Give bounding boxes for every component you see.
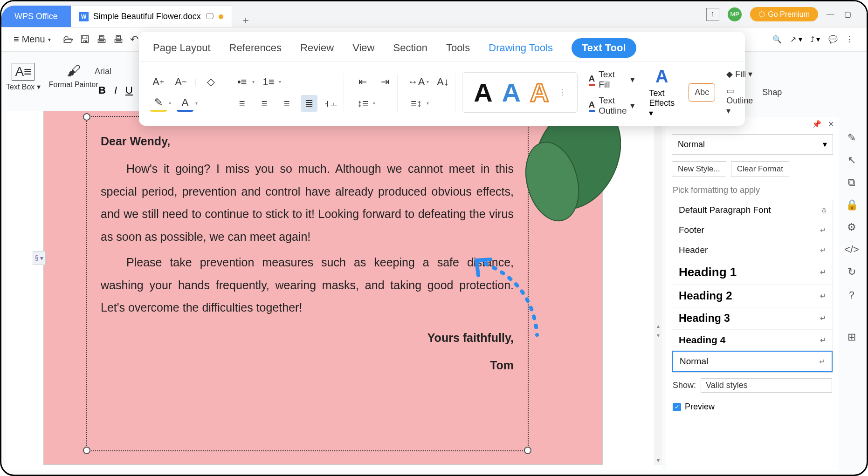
align-justify-icon[interactable]: ≣ [301,95,317,112]
show-styles-select[interactable]: Valid styles [701,378,832,393]
font-selector[interactable]: Arial [95,67,111,76]
line-spacing-icon[interactable]: ↕≡ [354,95,371,112]
doc-icon: W [79,12,89,21]
align-right-icon[interactable]: ≡ [278,95,295,112]
char-spacing-icon[interactable]: ↔A [408,74,425,90]
text-direction-icon[interactable]: A↓ [434,74,451,90]
style-heading-3[interactable]: Heading 3↵ [672,307,833,330]
lock-icon[interactable]: 🔒 [846,199,858,211]
style-footer[interactable]: Footer↵ [672,220,833,240]
align-left-icon[interactable]: ≡ [234,95,250,112]
bullets-icon[interactable]: •≡ [234,74,250,90]
help-icon[interactable]: ？ [847,288,857,302]
decrease-font-icon[interactable]: A− [172,74,189,90]
wordart-more-icon[interactable]: ⋮ [558,88,566,97]
tab-drawing-tools[interactable]: Drawing Tools [489,42,553,54]
text-box-button[interactable]: A≡ Text Box ▾ [6,63,41,91]
pin-icon[interactable]: 📌 [812,120,821,129]
style-heading-2[interactable]: Heading 2↵ [672,285,833,307]
increase-font-icon[interactable]: A+ [150,74,167,90]
font-color-icon[interactable]: A [177,95,193,112]
window-count-badge[interactable]: 1 [706,8,719,21]
shape-outline-button[interactable]: ▭ Outline ▾ [726,86,753,116]
layers-icon[interactable]: ⧉ [848,177,855,189]
current-style-select[interactable]: Normal ▾ [672,134,833,155]
tab-tools[interactable]: Tools [446,42,470,54]
resize-handle[interactable] [83,113,90,121]
resize-handle[interactable] [524,447,531,454]
distributed-icon[interactable]: ⫞⫠ [323,95,340,112]
paragraph-icon[interactable]: ≡↕ [408,95,425,112]
clear-format-icon[interactable]: ◇ [202,74,219,90]
decrease-indent-icon[interactable]: ⇤ [354,74,371,90]
tab-page-layout[interactable]: Page Layout [153,42,211,54]
undo-icon[interactable]: ↶ [130,34,138,46]
tab-references[interactable]: References [229,42,282,54]
bold-button[interactable]: B [98,84,106,96]
grid-icon[interactable]: ⊞ [847,331,856,343]
doc-tab[interactable]: W Simple Beautiful Flower.docx 🖵 [71,6,232,27]
vertical-scrollbar[interactable]: ▲ ▴ ▾ ▼ [654,118,662,465]
highlight-icon[interactable]: ✎ [150,95,167,112]
export-icon[interactable]: ⤴ ▾ [811,35,820,44]
avatar[interactable]: MP [728,7,742,21]
shape-effects-button[interactable]: Shap [759,88,782,97]
preview-checkbox[interactable]: ✓ [673,403,681,411]
format-painter-button[interactable]: 🖌 Format Painter [49,63,98,89]
code-icon[interactable]: </> [844,244,859,256]
scroll-thumb-down[interactable]: ▾ [654,332,662,340]
style-header[interactable]: Header↵ [672,240,833,260]
text-effects-button[interactable]: A Text Effects ▾ [641,67,682,118]
align-center-icon[interactable]: ≡ [256,95,273,112]
cursor-icon[interactable]: ↖ [847,154,856,166]
save-icon[interactable]: 🖫 [80,34,90,46]
maximize-button[interactable]: ▢ [844,10,854,19]
resize-handle[interactable] [83,447,90,454]
style-normal[interactable]: Normal↵ [672,351,833,372]
document-canvas[interactable]: § ▾ Dear Wendy, How's it going? I miss y… [6,111,661,470]
presentation-icon[interactable]: 🖵 [206,12,214,21]
close-panel-icon[interactable]: ✕ [828,120,834,129]
letter-body[interactable]: Dear Wendy, How's it going? I miss you s… [87,117,528,390]
more-icon[interactable]: ⋮ [846,35,854,44]
shape-style[interactable]: Abc [689,83,715,102]
underline-button[interactable]: U [125,84,133,96]
scroll-thumb-up[interactable]: ▴ [654,323,662,331]
tab-section[interactable]: Section [393,42,427,54]
text-frame[interactable]: Dear Wendy, How's it going? I miss you s… [86,116,529,451]
go-premium-button[interactable]: ⬡ Go Premium [750,7,818,21]
text-outline-button[interactable]: A Text Outline ▾ [589,95,635,116]
shape-fill-button[interactable]: ◆ Fill ▾ [726,69,753,79]
tab-text-tool[interactable]: Text Tool [572,38,636,58]
style-heading-4[interactable]: Heading 4↵ [672,330,833,351]
menu-button[interactable]: ≡ Menu ▾ [6,34,58,45]
wordart-gallery[interactable]: A A A ⋮ [462,72,577,113]
style-heading-1[interactable]: Heading 1↵ [672,260,833,285]
search-icon[interactable]: 🔍 [772,35,782,44]
print-preview-icon[interactable]: 🖶 [113,34,124,46]
increase-indent-icon[interactable]: ⇥ [377,74,393,90]
page-tag-icon[interactable]: § ▾ [33,251,46,265]
new-style-button[interactable]: New Style... [672,161,726,177]
wordart-style-3[interactable]: A [530,77,549,108]
open-icon[interactable]: 🗁 [63,34,73,46]
italic-button[interactable]: I [114,84,117,96]
text-fill-button[interactable]: A Text Fill ▾ [589,69,635,90]
minimize-button[interactable]: — [827,10,836,19]
comment-icon[interactable]: 💬 [828,35,838,44]
app-tab[interactable]: WPS Office [1,6,71,27]
scroll-down-icon[interactable]: ▼ [654,457,662,465]
numbering-icon[interactable]: 1≡ [260,74,277,90]
wordart-style-2[interactable]: A [502,77,521,108]
new-tab-button[interactable]: ＋ [232,13,259,27]
settings-icon[interactable]: ⚙ [847,221,856,233]
tab-view[interactable]: View [352,42,374,54]
clear-format-button[interactable]: Clear Format [731,161,789,177]
edit-icon[interactable]: ✎ [847,132,856,144]
tab-review[interactable]: Review [300,42,334,54]
wordart-style-1[interactable]: A [474,77,492,108]
style-default-paragraph[interactable]: Default Paragraph Fonta [672,200,833,220]
share-icon[interactable]: ↗ ▾ [790,35,802,44]
print-icon[interactable]: 🖶 [96,34,107,46]
history-icon[interactable]: ↻ [847,266,856,278]
